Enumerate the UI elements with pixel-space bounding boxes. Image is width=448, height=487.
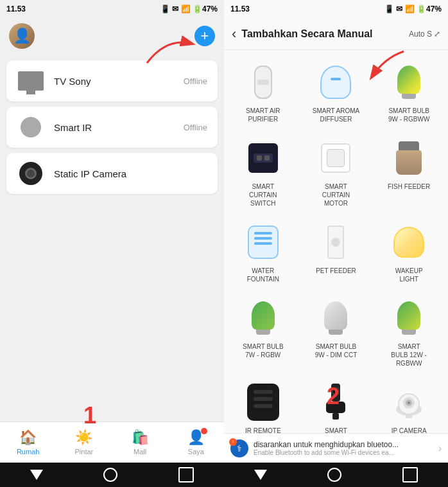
bulb9w-img (388, 62, 429, 103)
nav-rumah[interactable]: 🏠 Rumah (0, 422, 56, 463)
bluetooth-notice[interactable]: ! ⚕ disarankan untuk menghidupkan blueto… (224, 433, 448, 463)
add-device-button[interactable]: + (194, 26, 215, 46)
left-panel: 11.53 📱 ✉ 📶 🔋47% 👤 + TV Sony Offline (0, 0, 224, 487)
purifier-img (243, 62, 284, 103)
device-grid: SMART AIRPURIFIER SMART AROMADIFFUSER SM… (224, 50, 448, 433)
grid-item-curtain-switch[interactable]: SMARTCURTAINSWITCH (228, 131, 298, 213)
tv-name: TV Sony (54, 76, 175, 87)
diffuser-img (315, 62, 356, 103)
status-icons-right: 📱 ✉ 📶 🔋47% (384, 4, 442, 13)
grid-item-bulb-7w[interactable]: SMART BULB7W - RGBW (228, 291, 298, 373)
bulb12w-label: SMARTBULB 12W -RGBWW (391, 342, 427, 367)
bulb7w-img (243, 297, 284, 339)
user-icon: 👤 (187, 429, 205, 446)
grid-item-bulb-12w[interactable]: SMARTBULB 12W -RGBWW (374, 291, 444, 373)
water-fountain-img (243, 222, 284, 263)
outdoor-cam-label: SMARTOUTDOORSTATIC IPCAMERA (320, 427, 352, 433)
status-bar-right: 11.53 📱 ✉ 📶 🔋47% (224, 0, 448, 18)
expand-icon: ⤢ (434, 30, 440, 39)
auto-scan-label: Auto S (409, 30, 432, 39)
nav-mall-label: Mall (134, 448, 146, 456)
svg-rect-10 (406, 414, 412, 418)
bulb12w-img (388, 297, 429, 339)
grid-item-curtain-motor[interactable]: SMARTCURTAINMOTOR (301, 131, 372, 213)
device-list: TV Sony Offline Smart IR Offline Static … (0, 54, 224, 421)
home-sys-btn-right[interactable] (327, 468, 341, 482)
nav-rumah-label: Rumah (17, 448, 39, 456)
grid-item-bulb-9w-rgbww[interactable]: SMART BULB9W - RGBWW (374, 55, 444, 128)
bottom-nav: 🏠 Rumah ☀️ Pintar 🛍️ Mall 👤 Saya (0, 421, 224, 463)
water-fountain-label: WATERFOUNTAIN (247, 267, 279, 283)
status-icons-left: 📱 ✉ 📶 🔋47% (160, 4, 218, 13)
pet-feeder-label: PET FEEDER (316, 267, 356, 275)
right-panel: 11.53 📱 ✉ 📶 🔋47% ‹ Tambahkan Secara Manu… (224, 0, 448, 487)
back-button[interactable]: ‹ (232, 26, 236, 42)
nav-mall[interactable]: 🛍️ Mall (112, 422, 168, 463)
page-title: Tambahkan Secara Manual (241, 28, 409, 40)
device-smart-ir[interactable]: Smart IR Offline (6, 107, 218, 148)
device-static-ip-camera[interactable]: Static IP Camera (6, 153, 218, 194)
camera-icon (17, 162, 45, 185)
grid-item-water-fountain[interactable]: WATERFOUNTAIN (228, 215, 298, 288)
system-nav-left (0, 463, 224, 487)
step-label-2: 2 (327, 383, 340, 410)
recent-sys-btn-right[interactable] (402, 467, 418, 483)
tv-status: Offline (184, 76, 207, 86)
bt-warning-badge: ! (229, 438, 237, 446)
wakeup-light-img (388, 222, 429, 263)
left-header: 👤 + (0, 18, 224, 54)
tv-icon (17, 69, 45, 93)
ir-icon (17, 116, 45, 139)
right-header: ‹ Tambahkan Secara Manual Auto S ⤢ (224, 18, 448, 50)
bluetooth-icon: ! ⚕ (230, 439, 248, 457)
grid-item-ip-camera-ptz[interactable]: IP CameraIndoor PTZ (374, 375, 444, 433)
back-sys-btn[interactable] (30, 470, 43, 480)
grid-item-pet-feeder[interactable]: PET FEEDER (301, 215, 372, 288)
auto-scan-button[interactable]: Auto S ⤢ (409, 30, 440, 39)
curtain-motor-img (315, 137, 356, 179)
svg-rect-4 (332, 413, 339, 420)
back-sys-btn-right[interactable] (254, 470, 267, 480)
grid-item-wakeup-light[interactable]: WAKEUPLIGHT (374, 215, 444, 288)
device-tv-sony[interactable]: TV Sony Offline (6, 60, 218, 102)
ir-name: Smart IR (54, 122, 175, 133)
chevron-right-icon: › (438, 443, 442, 454)
system-nav-right (224, 463, 448, 487)
ir-remote-label: IR REMOTE(Collab withJD.ID) (240, 427, 286, 433)
wakeup-light-label: WAKEUPLIGHT (395, 267, 423, 283)
home-sys-btn[interactable] (103, 468, 117, 482)
diffuser-label: SMART AROMADIFFUSER (313, 107, 360, 123)
curtain-switch-label: SMARTCURTAINSWITCH (249, 182, 277, 208)
ptz-img (388, 382, 429, 423)
pet-feeder-img (315, 222, 356, 263)
step-label-1: 1 (83, 402, 96, 429)
grid-item-bulb-9w-dim[interactable]: SMART BULB9W - Dim CCT (301, 291, 372, 373)
fish-feeder-img (388, 137, 429, 179)
curtain-motor-label: SMARTCURTAINMOTOR (322, 182, 350, 208)
sun-icon: ☀️ (75, 429, 92, 446)
ir-remote-img (243, 382, 284, 423)
bulb9w-dim-img (315, 297, 356, 339)
home-icon: 🏠 (19, 429, 37, 446)
recent-sys-btn[interactable] (178, 467, 194, 483)
curtain-switch-img (243, 137, 284, 179)
grid-item-ir-remote[interactable]: IR REMOTE(Collab withJD.ID) (228, 375, 298, 433)
bulb9w-dim-label: SMART BULB9W - Dim CCT (315, 342, 358, 359)
fish-feeder-label: FISH FEEDER (388, 182, 430, 191)
bag-icon: 🛍️ (132, 429, 149, 446)
avatar[interactable]: 👤 (9, 23, 35, 49)
grid-item-fish-feeder[interactable]: FISH FEEDER (374, 131, 444, 213)
ptz-svg (393, 384, 425, 421)
time-left: 11.53 (6, 4, 26, 13)
grid-item-air-purifier[interactable]: SMART AIRPURIFIER (228, 55, 298, 128)
nav-saya[interactable]: 👤 Saya (168, 422, 224, 463)
nav-saya-label: Saya (188, 448, 204, 456)
grid-item-aroma-diffuser[interactable]: SMART AROMADIFFUSER (301, 55, 372, 128)
ir-status: Offline (184, 123, 207, 132)
nav-pintar-label: Pintar (75, 448, 94, 456)
bulb9w-label: SMART BULB9W - RGBWW (388, 107, 429, 123)
svg-point-9 (408, 402, 410, 404)
time-right: 11.53 (230, 4, 250, 13)
bt-text-container: disarankan untuk menghidupkan bluetoo...… (254, 440, 433, 456)
status-bar-left: 11.53 📱 ✉ 📶 🔋47% (0, 0, 224, 18)
